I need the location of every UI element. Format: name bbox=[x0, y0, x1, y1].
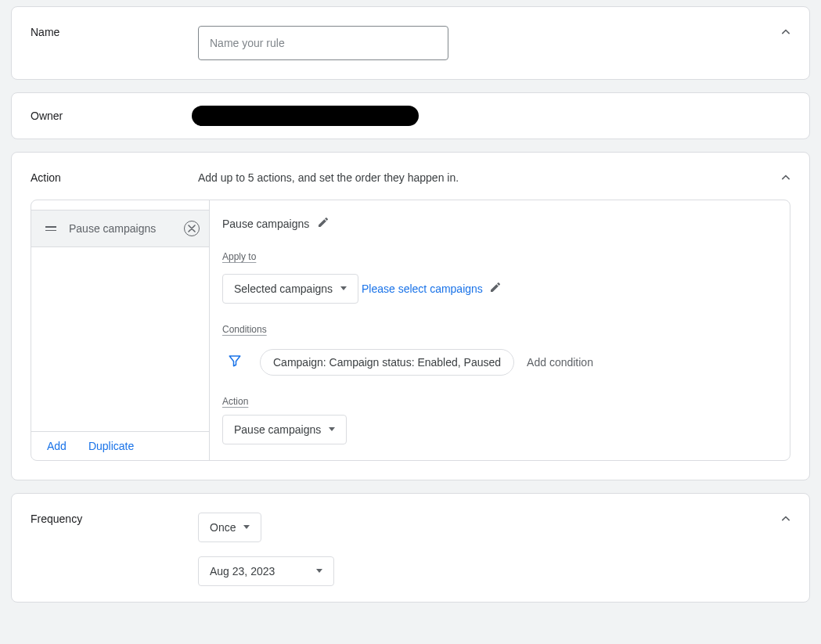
select-campaigns-text: Please select campaigns bbox=[362, 282, 483, 295]
collapse-frequency-icon[interactable] bbox=[778, 511, 794, 529]
conditions-row: Campaign: Campaign status: Enabled, Paus… bbox=[222, 349, 777, 376]
action-sublabel: Action bbox=[222, 396, 248, 407]
apply-to-label: Apply to bbox=[222, 251, 256, 262]
name-card-header: Name bbox=[12, 7, 809, 79]
name-card: Name bbox=[11, 6, 810, 80]
edit-title-icon[interactable] bbox=[317, 216, 329, 231]
owner-value-redacted bbox=[192, 106, 419, 126]
action-subsection: Action Pause campaigns bbox=[222, 394, 777, 444]
owner-card: Owner bbox=[11, 92, 810, 139]
action-card: Action Add up to 5 actions, and set the … bbox=[11, 152, 810, 480]
action-item-label: Pause campaigns bbox=[69, 222, 184, 235]
dropdown-arrow-icon bbox=[316, 569, 322, 573]
edit-campaigns-icon[interactable] bbox=[489, 281, 502, 296]
collapse-action-icon[interactable] bbox=[778, 170, 794, 188]
duplicate-action-button[interactable]: Duplicate bbox=[88, 440, 134, 452]
action-value: Pause campaigns bbox=[234, 423, 321, 436]
condition-chip[interactable]: Campaign: Campaign status: Enabled, Paus… bbox=[260, 349, 514, 376]
sidebar-spacer bbox=[31, 247, 209, 431]
frequency-label: Frequency bbox=[31, 513, 198, 525]
collapse-name-icon[interactable] bbox=[778, 24, 794, 42]
frequency-value: Once bbox=[210, 521, 236, 534]
remove-action-icon[interactable] bbox=[184, 221, 200, 236]
dropdown-arrow-icon bbox=[340, 286, 347, 290]
action-body: Pause campaigns Add Duplicate Pause camp… bbox=[31, 200, 790, 461]
rule-name-input[interactable] bbox=[198, 26, 448, 60]
frequency-dropdown[interactable]: Once bbox=[198, 513, 261, 542]
name-label: Name bbox=[31, 26, 198, 38]
conditions-section: Conditions Campaign: Campaign status: En… bbox=[222, 322, 777, 376]
frequency-card: Frequency Once Aug 23, 2023 bbox=[11, 493, 810, 603]
date-dropdown[interactable]: Aug 23, 2023 bbox=[198, 556, 334, 586]
conditions-label: Conditions bbox=[222, 324, 267, 335]
sidebar-footer: Add Duplicate bbox=[31, 431, 209, 460]
action-detail: Pause campaigns Apply to Selected campai… bbox=[210, 200, 790, 460]
name-content bbox=[198, 26, 790, 60]
filter-icon bbox=[222, 354, 247, 370]
select-campaigns-link[interactable]: Please select campaigns bbox=[362, 281, 502, 296]
owner-label: Owner bbox=[31, 110, 198, 122]
apply-to-section: Apply to Selected campaigns Please selec… bbox=[222, 250, 777, 304]
add-action-button[interactable]: Add bbox=[47, 440, 67, 452]
dropdown-arrow-icon bbox=[329, 427, 335, 431]
apply-to-value: Selected campaigns bbox=[234, 282, 333, 295]
dropdown-arrow-icon bbox=[243, 525, 250, 529]
detail-title: Pause campaigns bbox=[222, 218, 309, 230]
action-label: Action bbox=[31, 171, 198, 184]
action-dropdown[interactable]: Pause campaigns bbox=[222, 415, 347, 444]
action-sidebar-item[interactable]: Pause campaigns bbox=[31, 210, 209, 247]
action-description: Add up to 5 actions, and set the order t… bbox=[198, 171, 790, 184]
frequency-header: Frequency Once Aug 23, 2023 bbox=[12, 494, 809, 602]
frequency-content: Once Aug 23, 2023 bbox=[198, 513, 790, 602]
apply-to-dropdown[interactable]: Selected campaigns bbox=[222, 274, 358, 304]
date-value: Aug 23, 2023 bbox=[210, 565, 275, 577]
detail-title-row: Pause campaigns bbox=[222, 216, 777, 231]
owner-row: Owner bbox=[12, 93, 809, 139]
drag-handle-icon[interactable] bbox=[45, 226, 56, 231]
action-card-header: Action Add up to 5 actions, and set the … bbox=[12, 153, 809, 200]
action-sidebar: Pause campaigns Add Duplicate bbox=[31, 200, 210, 460]
add-condition-button[interactable]: Add condition bbox=[527, 356, 593, 369]
